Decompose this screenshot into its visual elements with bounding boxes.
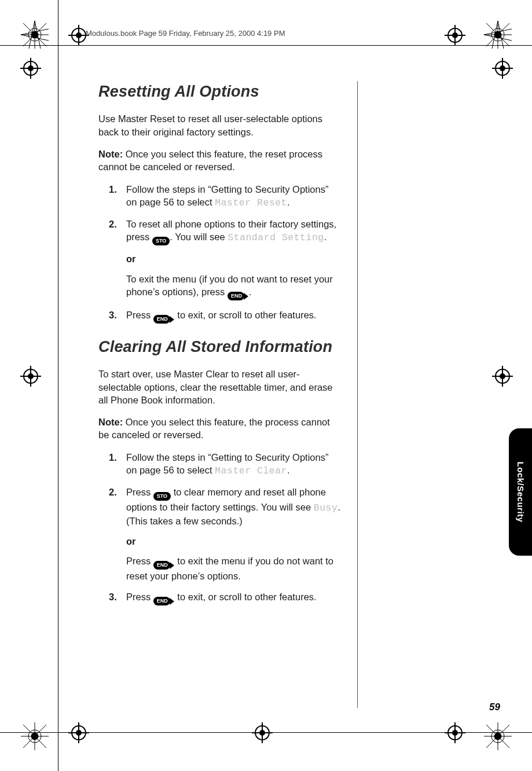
registration-mark-icon <box>492 58 513 79</box>
steps-list: 1. Follow the steps in “Getting to Secur… <box>109 451 342 606</box>
step-item: 1. Follow the steps in “Getting to Secur… <box>109 183 342 210</box>
step-text: Follow the steps in “Getting to Security… <box>126 451 342 478</box>
step-item: 3. Press END to exit, or scroll to other… <box>109 309 342 324</box>
svg-point-31 <box>494 733 501 740</box>
note-text: Note: Once you select this feature, the … <box>98 416 342 442</box>
registration-mark-icon <box>252 722 273 743</box>
sto-key-icon: STO <box>152 237 170 245</box>
step-number: 2. <box>109 486 126 582</box>
step-alt-text: To exit the menu (if you do not want to … <box>126 273 342 300</box>
step-number: 1. <box>109 183 126 210</box>
registration-mark-icon <box>492 366 513 387</box>
end-key-icon: END <box>153 597 170 605</box>
end-key-icon: END <box>228 292 244 300</box>
step-item: 1. Follow the steps in “Getting to Secur… <box>109 451 342 478</box>
step-text: Follow the steps in “Getting to Security… <box>126 183 342 210</box>
column-separator <box>357 81 358 708</box>
note-label: Note: <box>98 417 123 427</box>
section-tab: Lock/Security <box>509 428 532 556</box>
svg-point-25 <box>31 733 38 740</box>
registration-mark-icon <box>20 58 41 79</box>
step-text: Press END to exit, or scroll to other fe… <box>126 590 342 605</box>
step-number: 2. <box>109 218 126 300</box>
registration-mark-icon <box>68 722 89 743</box>
step-number: 3. <box>109 590 126 605</box>
step-item: 3. Press END to exit, or scroll to other… <box>109 590 342 605</box>
step-text: Press END to exit, or scroll to other fe… <box>126 309 342 324</box>
step-alt-text: Press END to exit the menu if you do not… <box>126 555 342 582</box>
note-body: Once you select this feature, the reset … <box>98 149 322 172</box>
svg-point-59 <box>259 730 265 736</box>
step-number: 1. <box>109 451 126 478</box>
corner-mark-top-right <box>484 21 512 49</box>
svg-point-67 <box>452 730 458 736</box>
lcd-text: Master Clear <box>215 465 287 476</box>
main-content: Resetting All Options Use Master Reset t… <box>98 81 342 618</box>
svg-point-9 <box>31 31 38 38</box>
svg-point-19 <box>494 31 501 38</box>
end-key-icon: END <box>153 315 170 324</box>
page-number: 59 <box>489 702 500 713</box>
or-label: or <box>126 252 342 265</box>
end-key-icon: END <box>153 561 170 570</box>
step-item: 2. Press STO to clear memory and reset a… <box>109 486 342 582</box>
lcd-text: Master Reset <box>215 197 287 208</box>
lcd-text: Standard Setting <box>228 232 324 243</box>
svg-point-47 <box>500 373 505 379</box>
corner-mark-top-left <box>21 21 49 49</box>
section-title-resetting: Resetting All Options <box>98 81 342 102</box>
corner-mark-bottom-left <box>21 722 49 750</box>
svg-point-43 <box>28 373 34 379</box>
crop-line-vertical <box>58 0 58 771</box>
note-body: Once you select this feature, the proces… <box>98 417 330 440</box>
step-text: To reset all phone options to their fact… <box>126 218 342 300</box>
note-label: Note: <box>98 149 123 159</box>
sto-key-icon: STO <box>153 492 171 501</box>
corner-mark-bottom-right <box>484 722 512 750</box>
page: Modulous.book Page 59 Friday, February 2… <box>0 0 532 771</box>
step-text: Press STO to clear memory and reset all … <box>126 486 342 582</box>
svg-point-51 <box>28 65 34 71</box>
step-number: 3. <box>109 309 126 324</box>
svg-point-35 <box>76 32 82 38</box>
lcd-text: Busy <box>314 502 338 513</box>
svg-point-55 <box>500 65 505 71</box>
registration-mark-icon <box>445 722 465 743</box>
intro-text: Use Master Reset to reset all user-selec… <box>98 112 342 138</box>
svg-point-39 <box>452 32 458 38</box>
intro-text: To start over, use Master Clear to reset… <box>98 368 342 406</box>
registration-mark-icon <box>20 366 41 387</box>
registration-mark-icon <box>445 25 465 46</box>
step-item: 2. To reset all phone options to their f… <box>109 218 342 300</box>
section-tab-label: Lock/Security <box>516 462 526 523</box>
svg-point-63 <box>76 730 82 736</box>
note-text: Note: Once you select this feature, the … <box>98 148 342 174</box>
section-title-clearing: Clearing All Stored Information <box>98 336 342 357</box>
print-header: Modulous.book Page 59 Friday, February 2… <box>86 29 285 38</box>
or-label: or <box>126 535 342 548</box>
steps-list: 1. Follow the steps in “Getting to Secur… <box>109 183 342 324</box>
